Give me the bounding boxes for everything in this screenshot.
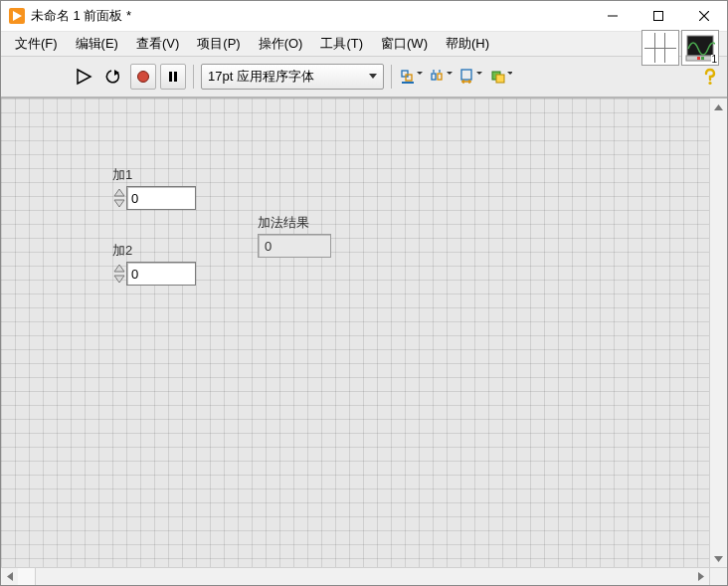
vertical-scrollbar[interactable] — [710, 98, 727, 567]
svg-rect-7 — [169, 72, 172, 82]
vi-icon-index: 1 — [711, 55, 717, 65]
scroll-down-button[interactable] — [710, 550, 727, 567]
svg-rect-16 — [496, 75, 504, 83]
menu-operate[interactable]: 操作(O) — [251, 33, 311, 55]
svg-rect-1 — [654, 12, 663, 21]
menubar: 文件(F) 编辑(E) 查看(V) 项目(P) 操作(O) 工具(T) 窗口(W… — [1, 32, 727, 57]
spinner — [112, 186, 126, 210]
context-help-button[interactable] — [699, 66, 721, 88]
chevron-down-icon — [369, 74, 377, 80]
connector-grid-icon[interactable] — [641, 30, 679, 66]
front-panel-canvas[interactable]: 加1 0 加2 — [1, 98, 709, 567]
numeric-indicator-value: 0 — [258, 234, 331, 258]
numeric-control-add1: 加1 0 — [112, 166, 196, 210]
svg-rect-5 — [701, 57, 704, 60]
app-window: 未命名 1 前面板 * 文件(F) 编辑(E) 查看(V) 项目(P) 操作(O… — [0, 0, 728, 586]
menu-edit[interactable]: 编辑(E) — [68, 33, 126, 55]
scroll-left-button[interactable] — [1, 568, 18, 585]
menu-window[interactable]: 窗口(W) — [373, 33, 436, 55]
scroll-up-button[interactable] — [710, 98, 727, 115]
vi-icon[interactable]: 1 — [681, 30, 719, 66]
menu-tools[interactable]: 工具(T) — [312, 33, 371, 55]
distribute-objects-button[interactable] — [429, 64, 455, 90]
abort-button[interactable] — [130, 64, 156, 90]
toolbar-divider — [193, 65, 194, 89]
svg-rect-10 — [406, 75, 412, 81]
horizontal-scrollbar[interactable] — [1, 567, 727, 585]
svg-rect-9 — [402, 71, 408, 77]
menu-help[interactable]: 帮助(H) — [438, 33, 497, 55]
toolbar-divider — [391, 65, 392, 89]
svg-rect-13 — [438, 74, 442, 80]
decrement-button[interactable] — [112, 198, 126, 209]
align-objects-button[interactable] — [399, 64, 425, 90]
svg-rect-8 — [174, 72, 177, 82]
svg-point-6 — [138, 72, 149, 83]
titlebar: 未命名 1 前面板 * — [1, 1, 727, 32]
run-continuously-button[interactable] — [100, 64, 126, 90]
spinner — [112, 262, 126, 286]
svg-rect-4 — [697, 57, 700, 60]
control-label: 加2 — [112, 242, 196, 260]
numeric-input[interactable]: 0 — [126, 186, 196, 210]
decrement-button[interactable] — [112, 274, 126, 285]
canvas-viewport: 加1 0 加2 — [1, 98, 710, 567]
numeric-control-add2: 加2 0 — [112, 242, 196, 286]
scrollbar-sizegrip — [709, 568, 727, 585]
minimize-button[interactable] — [590, 1, 636, 31]
increment-button[interactable] — [112, 187, 126, 198]
indicator-label: 加法结果 — [258, 214, 331, 232]
font-dropdown-label: 17pt 应用程序字体 — [208, 68, 314, 86]
labview-app-icon — [9, 8, 25, 24]
connector-pane: 1 — [641, 26, 721, 62]
scrollbar-track[interactable] — [710, 115, 727, 550]
numeric-input[interactable]: 0 — [126, 262, 196, 286]
reorder-objects-button[interactable] — [488, 64, 514, 90]
work-area: 加1 0 加2 — [1, 98, 727, 567]
increment-button[interactable] — [112, 263, 126, 274]
pause-button[interactable] — [160, 64, 186, 90]
svg-rect-14 — [461, 70, 471, 80]
font-dropdown[interactable]: 17pt 应用程序字体 — [201, 64, 384, 90]
numeric-indicator-result: 加法结果 0 — [258, 214, 331, 258]
menu-project[interactable]: 项目(P) — [189, 33, 248, 55]
control-label: 加1 — [112, 166, 196, 184]
scrollbar-track[interactable] — [36, 568, 692, 585]
scroll-right-button[interactable] — [692, 568, 709, 585]
svg-rect-11 — [402, 82, 414, 84]
scrollbar-corner — [18, 568, 36, 585]
run-button[interactable] — [71, 64, 96, 90]
window-title: 未命名 1 前面板 * — [31, 7, 131, 25]
svg-rect-12 — [432, 74, 436, 80]
toolbar: 17pt 应用程序字体 — [1, 57, 727, 98]
svg-point-17 — [708, 82, 711, 85]
resize-objects-button[interactable] — [458, 64, 484, 90]
menu-file[interactable]: 文件(F) — [7, 33, 66, 55]
menu-view[interactable]: 查看(V) — [128, 33, 187, 55]
